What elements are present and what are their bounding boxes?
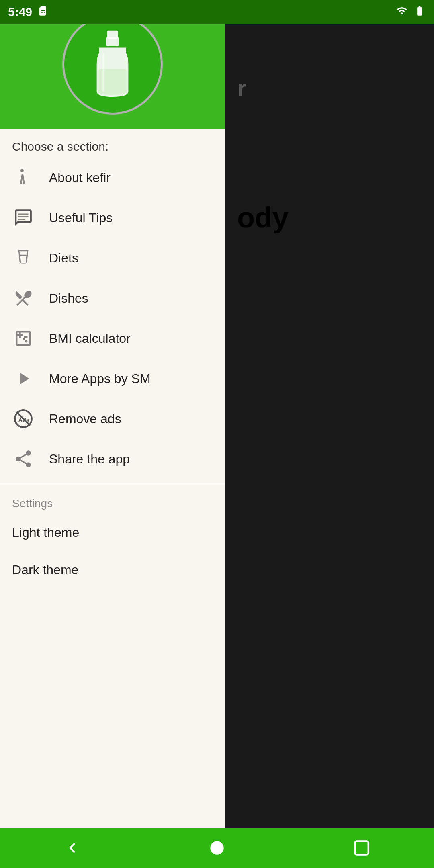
status-left: 5:49 [8, 5, 48, 19]
home-button[interactable] [201, 832, 233, 864]
menu-item-dark-theme[interactable]: Dark theme [0, 551, 225, 589]
recents-button[interactable] [346, 832, 378, 864]
menu-label-dishes: Dishes [49, 291, 88, 306]
menu-item-light-theme[interactable]: Light theme [0, 514, 225, 551]
calculator-icon [12, 327, 35, 350]
svg-rect-1 [106, 37, 119, 47]
menu-label-about-kefir: About kefir [49, 170, 111, 185]
svg-point-6 [210, 841, 223, 854]
menu-divider [0, 483, 225, 483]
bottle-circle [62, 14, 163, 115]
status-bar: 5:49 [0, 0, 434, 24]
battery-icon [413, 5, 426, 19]
menu-item-bmi-calculator[interactable]: BMI calculator [0, 318, 225, 358]
menu-item-more-apps[interactable]: More Apps by SM [0, 358, 225, 399]
menu-label-useful-tips: Useful Tips [49, 211, 113, 225]
svg-rect-7 [355, 841, 368, 854]
status-time: 5:49 [8, 5, 32, 19]
menu-label-diets: Diets [49, 251, 78, 266]
share-icon [12, 448, 35, 470]
bottle-icon [88, 28, 137, 100]
section-label: Choose a section: [0, 129, 225, 158]
menu-label-remove-ads: Remove ads [49, 411, 121, 426]
back-button[interactable] [56, 832, 88, 864]
sim-icon [37, 5, 48, 19]
bottom-nav [0, 828, 434, 868]
status-right [395, 5, 426, 19]
info-italic-icon [12, 166, 35, 189]
menu-item-diets[interactable]: Diets [0, 238, 225, 278]
right-panel-bg [225, 0, 434, 868]
no-ads-icon: Ads [12, 407, 35, 430]
navigation-drawer: Choose a section: About kefir Useful Tip… [0, 0, 225, 868]
comment-icon [12, 207, 35, 229]
menu-label-share-app: Share the app [49, 452, 130, 467]
right-text-ody: ody [237, 201, 289, 234]
menu-item-about-kefir[interactable]: About kefir [0, 158, 225, 198]
play-store-icon [12, 367, 35, 390]
menu-item-remove-ads[interactable]: Ads Remove ads [0, 399, 225, 439]
fork-knife-icon [12, 287, 35, 309]
right-text-r: r [237, 74, 246, 102]
glass-icon [12, 247, 35, 269]
menu-label-bmi-calculator: BMI calculator [49, 331, 131, 346]
menu-item-useful-tips[interactable]: Useful Tips [0, 198, 225, 238]
menu-item-dishes[interactable]: Dishes [0, 278, 225, 318]
drawer-menu: Choose a section: About kefir Useful Tip… [0, 129, 225, 868]
menu-label-more-apps: More Apps by SM [49, 371, 151, 386]
signal-icon [395, 5, 408, 19]
menu-item-share-app[interactable]: Share the app [0, 439, 225, 479]
settings-label: Settings [0, 487, 225, 514]
